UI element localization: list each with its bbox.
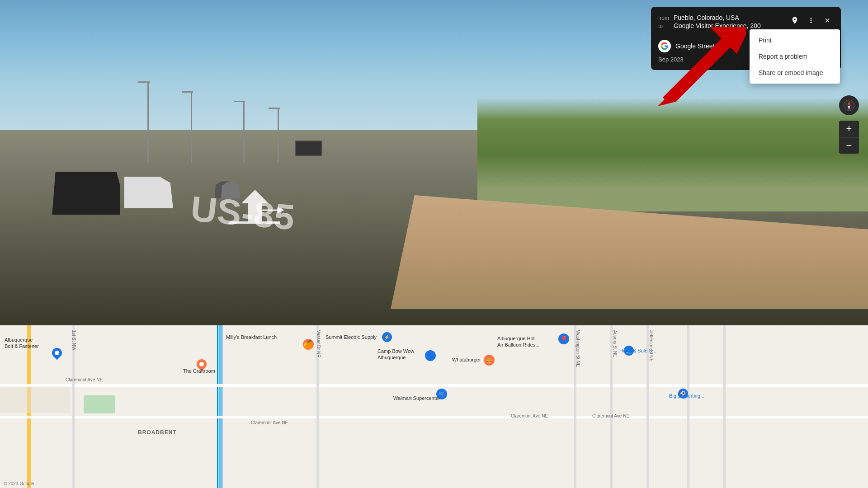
label-1st-nw: 1st St NW xyxy=(71,330,76,351)
compass-button[interactable] xyxy=(839,95,859,115)
label-washington-st: Washington St NE xyxy=(576,330,580,367)
label-adams-st: Adams St NE xyxy=(613,330,618,357)
label-claremont-4: Claremont Ave NE xyxy=(592,413,629,418)
road-claremont-top xyxy=(0,384,868,387)
zoom-in-button[interactable]: + xyxy=(839,121,859,137)
zoom-out-button[interactable]: − xyxy=(839,137,859,154)
road-vertical-right-5 xyxy=(723,325,726,488)
label-craftroom: The Craftroom xyxy=(183,368,215,374)
vehicle-pickup-white xyxy=(122,177,176,208)
from-value: Pueblo, Colorado, USA xyxy=(674,14,739,21)
from-label: from xyxy=(658,15,671,21)
label-millys: Milly's Breakfast Lunch xyxy=(226,334,277,340)
context-menu-item-print[interactable]: Print xyxy=(750,32,840,48)
pin-button[interactable] xyxy=(788,14,801,27)
label-claremont-3: Claremont Ave NE xyxy=(511,413,548,418)
street-view-label: Google Street View xyxy=(675,42,730,50)
label-vassar: Vassar Dr NE xyxy=(316,330,321,357)
map-copyright: © 2023 Google xyxy=(4,481,34,486)
marker-summit-electric[interactable]: ⚡ xyxy=(382,332,392,342)
map-park xyxy=(84,395,115,413)
label-claremont-1: Claremont Ave NE xyxy=(66,377,103,382)
light-pole-3 xyxy=(243,101,245,163)
road-vertical-right-4 xyxy=(687,325,689,488)
context-menu-item-share[interactable]: Share or embed image xyxy=(750,65,840,81)
label-broadbent: BROADBENT xyxy=(138,429,177,436)
millysfood-icon-label: 🍊 xyxy=(303,340,313,350)
label-claremont-2: Claremont Ave NE xyxy=(251,420,288,425)
street-view-panel: US-85 from Pueblo, Colorado, USA to Goog… xyxy=(0,0,868,325)
light-pole-2 xyxy=(191,91,192,163)
marker-hot-air-balloon[interactable]: 🎈 xyxy=(558,333,569,344)
zoom-controls: + − xyxy=(839,121,859,154)
billboard xyxy=(295,141,322,156)
label-bolt-fastener: AlbuquerqueBolt & Fastener xyxy=(5,337,39,350)
label-hot-air-balloon: Albuquerque HotAir Balloon Rides... xyxy=(497,335,540,348)
navigation-arrow[interactable] xyxy=(226,185,280,221)
svg-marker-2 xyxy=(278,207,284,213)
to-value: Google Visitor Experience, 200 xyxy=(674,22,761,29)
label-jefferson-st: Jefferson St NE xyxy=(649,330,654,362)
label-big5: Big 5 Sporting... xyxy=(669,393,704,399)
map-canvas: 🍽 ⚡ 🐾 🍔 🛒 🎈 👟 ⚽ AlbuquerqueBolt & Fasten… xyxy=(0,325,868,488)
light-pole-1 xyxy=(147,81,149,163)
google-logo xyxy=(658,40,671,52)
map-section[interactable]: 🍽 ⚡ 🐾 🍔 🛒 🎈 👟 ⚽ AlbuquerqueBolt & Fasten… xyxy=(0,325,868,488)
label-camp-bow-wow: Camp Bow WowAlbuquerque xyxy=(377,348,414,361)
close-button[interactable]: × xyxy=(821,14,834,27)
context-menu: Print Report a problem Share or embed im… xyxy=(750,29,840,84)
light-pole-4 xyxy=(278,108,279,163)
map-controls: + − xyxy=(839,95,859,154)
label-summit-electric: Summit Electric Supply xyxy=(326,334,377,340)
map-background xyxy=(0,325,868,488)
road-claremont-bottom xyxy=(0,416,868,418)
label-walmart: Walmart Supercenter xyxy=(393,395,440,401)
vehicle-dump-truck xyxy=(52,172,120,215)
more-vert-button[interactable] xyxy=(805,14,817,27)
label-whataburger: Whataburger xyxy=(452,357,481,362)
route-info: from Pueblo, Colorado, USA to Google Vis… xyxy=(658,14,788,30)
map-block-1 xyxy=(0,387,70,413)
marker-camp-bow-wow[interactable]: 🐾 xyxy=(425,350,436,361)
svg-marker-0 xyxy=(228,190,280,224)
marker-whataburger[interactable]: 🍔 xyxy=(484,355,495,366)
context-menu-item-report[interactable]: Report a problem xyxy=(750,48,840,65)
highway-i25 xyxy=(217,325,222,488)
to-label: to xyxy=(658,23,671,29)
right-landscape xyxy=(477,98,868,211)
